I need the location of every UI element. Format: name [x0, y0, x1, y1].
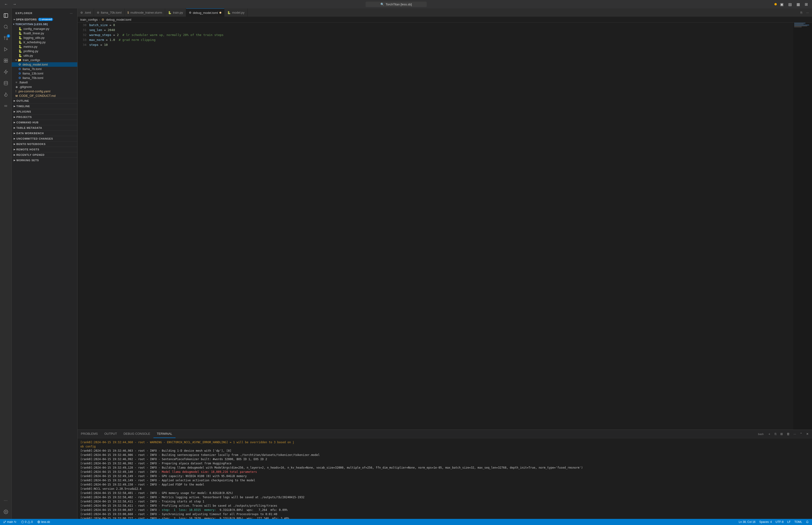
data-workbench-header[interactable]: ▶ DATA WORKBENCH [12, 131, 77, 136]
status-notifications[interactable] [805, 521, 810, 523]
terminal-line: [rank0]:2024-04-15 19:32:46,992 - root -… [80, 457, 809, 461]
tab-multinode[interactable]: $ multinode_trainer.slurm [124, 9, 165, 17]
xplugins-label: XPLUGINS [16, 110, 31, 113]
search-icon: 🔍 [380, 3, 384, 6]
toml-icon: ⚙ [18, 76, 21, 80]
tab-debug-model[interactable]: ⚙ debug_model.toml [186, 9, 224, 17]
terminal-grid-button[interactable]: ⊞ [779, 432, 784, 436]
svg-rect-8 [4, 61, 6, 62]
file-config-manager[interactable]: 🐍 config_manager.py [12, 27, 77, 31]
activity-ai[interactable]: ∞ [1, 101, 11, 111]
back-button[interactable]: ← [3, 2, 10, 7]
terminal-line: [rank0]:NCCL version 2.20.5+cuda12.4 [80, 487, 809, 491]
clear-terminal-button[interactable]: 🗑 [785, 432, 791, 436]
panel-tab-debug-console[interactable]: DEBUG CONSOLE [120, 430, 153, 438]
file-debug-model[interactable]: ⚙ debug_model.toml [12, 62, 77, 67]
status-errors[interactable]: 0 0 [20, 520, 34, 524]
file-utils[interactable]: 🐍 utils.py [12, 53, 77, 58]
maximize-panel-button[interactable]: ⌃ [798, 432, 804, 436]
status-branch-label[interactable]: less.sb [36, 520, 51, 524]
data-workbench-chevron: ▶ [14, 132, 16, 134]
bento-notebooks-header[interactable]: ▶ BENTO NOTEBOOKS [12, 141, 77, 147]
activity-database[interactable] [1, 78, 11, 88]
breadcrumb-file[interactable]: ⚙ debug_model.toml [102, 18, 131, 21]
language-label: TOML [794, 520, 802, 524]
activity-settings[interactable] [1, 507, 11, 517]
remote-hosts-header[interactable]: ▶ REMOTE HOSTS [12, 147, 77, 152]
activity-source-control[interactable]: 1 [1, 33, 11, 43]
xplugins-header[interactable]: ▶ XPLUGINS [12, 109, 77, 114]
code-editor[interactable]: 30 31 32 33 34 batch_size = 8 seq_len = … [78, 22, 812, 430]
terminal[interactable]: [rank0]:2024-04-15 19:32:44,960 - root -… [78, 438, 812, 519]
status-encoding[interactable]: UTF-8 [775, 520, 784, 524]
status-spaces[interactable]: Spaces: 4 [758, 520, 772, 524]
split-editor-button[interactable]: ⎘ [799, 10, 804, 15]
activity-search[interactable] [1, 21, 11, 32]
tab-toml[interactable]: ⚙ .toml [78, 9, 94, 17]
file-llama-70b[interactable]: ⚙ llama_70b.toml [12, 76, 77, 80]
layout-button-3[interactable]: ▦ [795, 2, 801, 7]
activity-extensions[interactable] [1, 56, 11, 66]
open-editors-header[interactable]: ▾ OPEN EDITORS 1 unsaved [12, 17, 77, 22]
activity-explorer[interactable] [1, 10, 11, 21]
file-profiling[interactable]: 🐍 profiling.py [12, 49, 77, 53]
file-pre-commit[interactable]: ! .pre-commit-config.yaml [12, 89, 77, 93]
titlebar-right: ▣ ▤ ▦ ⊞ [775, 2, 809, 7]
breadcrumb-train-configs[interactable]: train_configs [80, 18, 98, 21]
close-panel-button[interactable]: ✕ [805, 432, 810, 436]
activity-ellipsis[interactable]: ··· [1, 495, 11, 506]
remote-icon [37, 521, 40, 523]
projects-chevron: ▶ [14, 116, 16, 118]
projects-header[interactable]: ▶ PROJECTS [12, 115, 77, 120]
terminal-more-button[interactable]: ··· [792, 432, 797, 436]
panel-tab-output[interactable]: OUTPUT [101, 430, 120, 438]
layout-button-1[interactable]: ▣ [779, 2, 785, 7]
tab-model[interactable]: 🐍 model.py [224, 9, 248, 17]
activity-fire[interactable] [1, 89, 11, 100]
svg-rect-7 [6, 59, 7, 61]
torchtitan-label: TORCHTITAN [LESS.SB] [16, 23, 48, 26]
tab-llama-70b[interactable]: ⚙ llama_70b.toml [94, 9, 124, 17]
torchtitan-header[interactable]: ▾ TORCHTITAN [LESS.SB] [12, 22, 77, 27]
file-logging[interactable]: 🐍 logging_utils.py [12, 35, 77, 40]
working-sets-header[interactable]: ▶ WORKING SETS [12, 158, 77, 163]
sidebar-more-button[interactable]: ··· [69, 11, 74, 15]
outline-header[interactable]: ▶ OUTLINE [12, 98, 77, 103]
file-llama-7b[interactable]: ⚙ llama_7b.toml [12, 67, 77, 71]
timeline-header[interactable]: ▶ TIMELINE [12, 104, 77, 109]
layout-button-4[interactable]: ⊞ [803, 2, 809, 7]
new-terminal-button[interactable]: ＋ [766, 432, 772, 437]
split-terminal-button[interactable]: ⎘ [773, 432, 778, 436]
file-metrics[interactable]: 🐍 metrics.py [12, 44, 77, 49]
uncommitted-changes-header[interactable]: ▶ UNCOMMITTED CHANGES [12, 136, 77, 141]
tab-more-button[interactable]: ··· [805, 10, 810, 15]
status-eol[interactable]: LF [786, 520, 792, 524]
file-flake8[interactable]: ≡ .flake8 [12, 80, 77, 85]
tab-train[interactable]: 🐍 train.py [165, 9, 186, 17]
layout-button-2[interactable]: ▤ [787, 2, 793, 7]
file-code-of-conduct[interactable]: M CODE_OF_CONDUCT.md [12, 93, 77, 98]
file-float8[interactable]: 🐍 float8_linear.py [12, 31, 77, 35]
status-branch[interactable]: main ↻ [2, 520, 17, 524]
file-gitignore[interactable]: ◆ .gitignore [12, 85, 77, 89]
status-language[interactable]: TOML [794, 520, 803, 524]
tab-icon: $ [127, 11, 129, 14]
file-llama-13b[interactable]: ⚙ llama_13b.toml [12, 71, 77, 76]
status-position[interactable]: Ln 38, Col 16 [738, 520, 756, 524]
panel-tab-problems[interactable]: PROBLEMS [78, 430, 101, 438]
bash-label: bash [758, 433, 764, 435]
table-metadata-header[interactable]: ▶ TABLE METADATA [12, 125, 77, 131]
toml-icon: ⚙ [18, 67, 21, 71]
forward-button[interactable]: → [11, 2, 18, 7]
activity-run[interactable] [1, 44, 11, 55]
file-name: float8_linear.py [24, 31, 44, 35]
file-lr-scheduling[interactable]: 🐍 lr_scheduling.py [12, 40, 77, 44]
activity-remote[interactable] [1, 67, 11, 77]
panel-tab-terminal[interactable]: TERMINAL [153, 430, 175, 438]
folder-train-configs[interactable]: ▾ 📁 train_configs [12, 58, 77, 62]
command-hub-header[interactable]: ▶ COMMAND HUB [12, 120, 77, 125]
svg-point-11 [5, 511, 6, 512]
search-bar[interactable]: 🔍 TorchTitan [less.sb] [366, 2, 427, 7]
projects-label: PROJECTS [16, 116, 32, 118]
recently-opened-header[interactable]: ▶ RECENTLY OPENED [12, 152, 77, 158]
